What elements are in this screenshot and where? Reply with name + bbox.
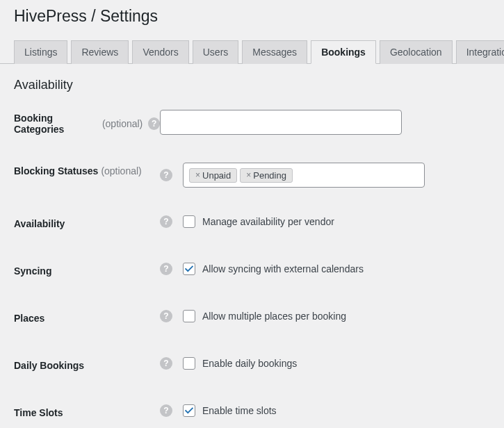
page-title: HivePress / Settings	[14, 7, 490, 26]
tab-users[interactable]: Users	[193, 40, 239, 64]
tab-messages[interactable]: Messages	[242, 40, 307, 64]
time-slots-checkbox[interactable]	[183, 404, 195, 417]
tag-label: Pending	[253, 170, 286, 181]
daily-bookings-checkbox[interactable]	[183, 357, 195, 370]
places-text[interactable]: Allow multiple places per booking	[202, 311, 346, 322]
tag-unpaid[interactable]: × Unpaid	[189, 168, 237, 183]
availability-text[interactable]: Manage availability per vendor	[202, 216, 334, 227]
syncing-text[interactable]: Allow syncing with external calendars	[202, 263, 364, 274]
availability-checkbox[interactable]	[183, 215, 195, 228]
close-icon[interactable]: ×	[246, 170, 251, 180]
tabs: Listings Reviews Vendors Users Messages …	[0, 29, 504, 64]
daily-bookings-text[interactable]: Enable daily bookings	[202, 358, 297, 369]
booking-categories-input[interactable]	[160, 110, 402, 135]
places-label: Places	[14, 313, 44, 324]
help-icon[interactable]: ?	[160, 310, 172, 322]
close-icon[interactable]: ×	[195, 170, 200, 180]
tab-reviews[interactable]: Reviews	[71, 40, 129, 64]
section-title: Availability	[14, 78, 490, 92]
blocking-statuses-input[interactable]: × Unpaid × Pending	[183, 163, 425, 188]
help-icon[interactable]: ?	[160, 263, 172, 275]
time-slots-label: Time Slots	[14, 407, 63, 418]
tab-listings[interactable]: Listings	[14, 40, 67, 64]
tag-pending[interactable]: × Pending	[240, 168, 293, 183]
check-icon	[184, 264, 194, 274]
check-icon	[184, 406, 194, 415]
daily-bookings-label: Daily Bookings	[14, 360, 84, 371]
blocking-statuses-optional: (optional)	[101, 165, 141, 176]
tab-vendors[interactable]: Vendors	[132, 40, 188, 64]
availability-label: Availability	[14, 218, 65, 229]
blocking-statuses-label: Blocking Statuses	[14, 165, 98, 176]
tab-geolocation[interactable]: Geolocation	[380, 40, 453, 64]
booking-categories-label: Booking Categories	[14, 113, 99, 135]
help-icon[interactable]: ?	[160, 215, 172, 228]
syncing-checkbox[interactable]	[183, 263, 195, 275]
help-icon[interactable]: ?	[148, 117, 160, 130]
tab-integrations[interactable]: Integrations	[456, 40, 504, 64]
help-icon[interactable]: ?	[160, 404, 172, 417]
help-icon[interactable]: ?	[160, 169, 172, 181]
time-slots-text[interactable]: Enable time slots	[202, 405, 277, 416]
tag-label: Unpaid	[202, 170, 231, 181]
booking-categories-optional: (optional)	[102, 118, 143, 129]
places-checkbox[interactable]	[183, 310, 195, 322]
tab-bookings[interactable]: Bookings	[311, 40, 376, 64]
help-icon[interactable]: ?	[160, 357, 172, 370]
syncing-label: Syncing	[14, 265, 51, 277]
